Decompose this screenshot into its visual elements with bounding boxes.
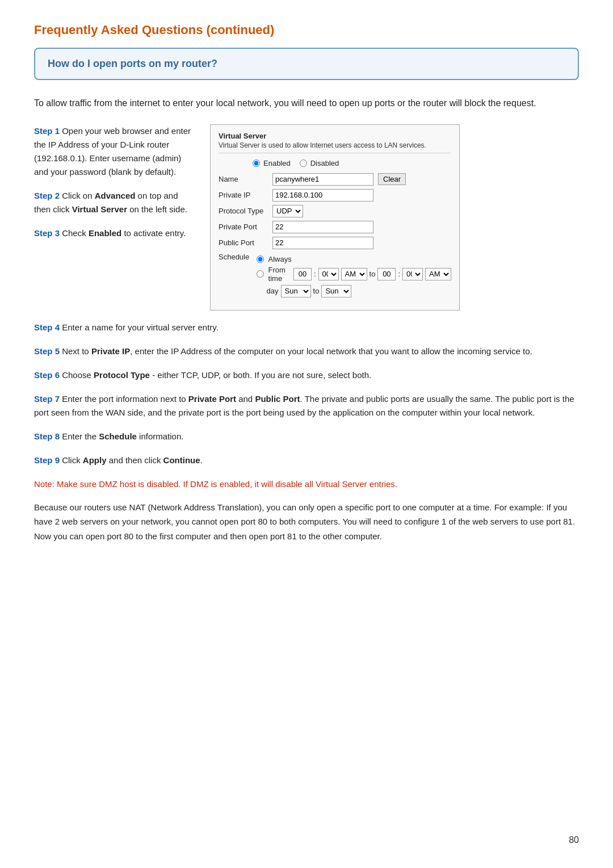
clear-button[interactable]: Clear xyxy=(378,173,406,185)
step-7-mid: and xyxy=(236,394,255,404)
step-2-bold2: Virtual Server xyxy=(72,204,127,214)
vs-private-port-row: Private Port xyxy=(219,221,451,233)
steps-left: Step 1 Open your web browser and enter t… xyxy=(34,124,193,311)
step-5-block: Step 5 Next to Private IP, enter the IP … xyxy=(34,345,579,358)
vs-enabled-text: Enabled xyxy=(263,159,291,167)
step-8-block: Step 8 Enter the Schedule information. xyxy=(34,430,579,443)
step-4-label: Step 4 xyxy=(34,322,60,332)
vs-time-start-m-select[interactable]: 00153045 xyxy=(318,268,339,280)
step-5-bold: Private IP xyxy=(91,346,130,356)
step-6-bold: Protocol Type xyxy=(94,370,150,380)
vs-name-input[interactable] xyxy=(272,173,373,186)
vs-protocol-select[interactable]: UDP TCP Both xyxy=(272,205,303,217)
vs-time-start-h[interactable] xyxy=(293,268,312,280)
vs-from-time-row: From time : 00153045 AMPM to : 00153045 … xyxy=(257,266,451,283)
step-2-text-before: Click on xyxy=(62,191,95,200)
vs-private-ip-row: Private IP xyxy=(219,189,451,202)
vs-private-ip-label: Private IP xyxy=(219,191,272,199)
vs-title: Virtual Server xyxy=(219,132,451,140)
step-4-text: Enter a name for your virtual server ent… xyxy=(62,322,219,332)
vs-from-text: From time xyxy=(268,266,291,283)
step-4-block: Step 4 Enter a name for your virtual ser… xyxy=(34,321,579,334)
vs-private-port-label: Private Port xyxy=(219,223,272,231)
vs-public-port-input[interactable] xyxy=(272,237,373,249)
step-9-block: Step 9 Click Apply and then click Contin… xyxy=(34,454,579,467)
vs-subtitle: Virtual Server is used to allow Internet… xyxy=(219,141,451,153)
step-9-after: . xyxy=(200,455,203,465)
vs-private-port-input[interactable] xyxy=(272,221,373,233)
step-8-before: Enter the xyxy=(62,431,99,441)
vs-time-end-ampm-select[interactable]: AMPM xyxy=(425,268,451,280)
vs-private-ip-input[interactable] xyxy=(272,189,373,202)
vs-time-end-m-select[interactable]: 00153045 xyxy=(402,268,423,280)
question-title: How do I open ports on my router? xyxy=(48,58,565,70)
page-number: 80 xyxy=(569,835,579,845)
vs-day-start-select[interactable]: SunMonTueWedThuFriSat xyxy=(281,285,311,297)
step-6-after: - either TCP, UDP, or both. If you are n… xyxy=(150,370,371,380)
vs-day-text: day xyxy=(267,287,279,295)
step-2-label: Step 2 xyxy=(34,191,60,200)
vs-schedule-row: Schedule Always From time : 00153045 xyxy=(219,253,451,300)
step-5-label: Step 5 xyxy=(34,346,60,356)
vs-enabled-label[interactable]: Enabled xyxy=(253,159,291,167)
vs-name-label: Name xyxy=(219,175,272,183)
step-3-label: Step 3 xyxy=(34,228,60,238)
vs-schedule-section: Always From time : 00153045 AMPM to : 00… xyxy=(257,255,451,300)
vs-always-radio[interactable] xyxy=(257,255,264,263)
step-3-block: Step 3 Check Enabled to activate entry. xyxy=(34,227,193,240)
step-3-text-after: to activate entry. xyxy=(121,228,186,238)
step-3-text-before: Check xyxy=(62,228,89,238)
bottom-text: Because our routers use NAT (Network Add… xyxy=(34,500,579,544)
vs-enabled-row: Enabled Disabled xyxy=(253,159,451,167)
step-1-label: Step 1 xyxy=(34,126,60,136)
step-6-block: Step 6 Choose Protocol Type - either TCP… xyxy=(34,368,579,382)
vs-schedule-label: Schedule xyxy=(219,253,257,261)
step-7-label: Step 7 xyxy=(34,394,60,404)
virtual-server-panel: Virtual Server Virtual Server is used to… xyxy=(210,124,579,311)
vs-public-port-label: Public Port xyxy=(219,238,272,247)
step-6-before: Choose xyxy=(62,370,94,380)
vs-disabled-text: Disabled xyxy=(310,159,339,167)
vs-enabled-radio[interactable] xyxy=(253,160,260,167)
vs-day-to-text: to xyxy=(313,287,320,295)
step-8-bold: Schedule xyxy=(99,431,137,441)
page-title: Frequently Asked Questions (continued) xyxy=(34,23,579,37)
step-9-bold2: Continue xyxy=(163,455,200,465)
vs-time-start-ampm-select[interactable]: AMPM xyxy=(341,268,367,280)
step-7-block: Step 7 Enter the port information next t… xyxy=(34,392,579,420)
vs-to-text: to xyxy=(370,270,376,278)
step-7-before: Enter the port information next to xyxy=(62,394,188,404)
intro-text: To allow traffic from the internet to en… xyxy=(34,96,579,111)
step-9-before: Click xyxy=(62,455,83,465)
vs-disabled-label[interactable]: Disabled xyxy=(300,159,339,167)
vs-day-end-select[interactable]: SunMonTueWedThuFriSat xyxy=(321,285,351,297)
step-6-label: Step 6 xyxy=(34,370,60,380)
step-7-bold2: Public Port xyxy=(255,394,300,404)
step-8-label: Step 8 xyxy=(34,431,60,441)
vs-time-end-h[interactable] xyxy=(377,268,396,280)
vs-always-row: Always xyxy=(257,255,451,263)
vs-disabled-radio[interactable] xyxy=(300,160,307,167)
vs-from-radio[interactable] xyxy=(257,270,264,278)
virtual-server-box: Virtual Server Virtual Server is used to… xyxy=(210,124,460,311)
step-3-bold1: Enabled xyxy=(89,228,121,238)
vs-public-port-row: Public Port xyxy=(219,237,451,249)
step-8-after: information. xyxy=(137,431,184,441)
vs-always-text: Always xyxy=(268,255,292,263)
step-7-bold1: Private Port xyxy=(188,394,236,404)
step-2-bold1: Advanced xyxy=(95,191,136,200)
step-9-bold1: Apply xyxy=(83,455,107,465)
note-text: Note: Make sure DMZ host is disabled. If… xyxy=(34,477,579,491)
step-9-mid: and then click xyxy=(107,455,163,465)
step-9-label: Step 9 xyxy=(34,455,60,465)
step-1-block: Step 1 Open your web browser and enter t… xyxy=(34,124,193,179)
vs-name-row: Name Clear xyxy=(219,173,451,186)
step-2-block: Step 2 Click on Advanced on top and then… xyxy=(34,189,193,216)
vs-protocol-label: Protocol Type xyxy=(219,207,272,215)
step-2-text-after: on the left side. xyxy=(127,204,187,214)
vs-protocol-row: Protocol Type UDP TCP Both xyxy=(219,205,451,217)
steps-area: Step 1 Open your web browser and enter t… xyxy=(34,124,579,311)
vs-day-row: day SunMonTueWedThuFriSat to SunMonTueWe… xyxy=(267,285,451,297)
step-5-after: , enter the IP Address of the computer o… xyxy=(130,346,532,356)
step-5-before: Next to xyxy=(62,346,91,356)
